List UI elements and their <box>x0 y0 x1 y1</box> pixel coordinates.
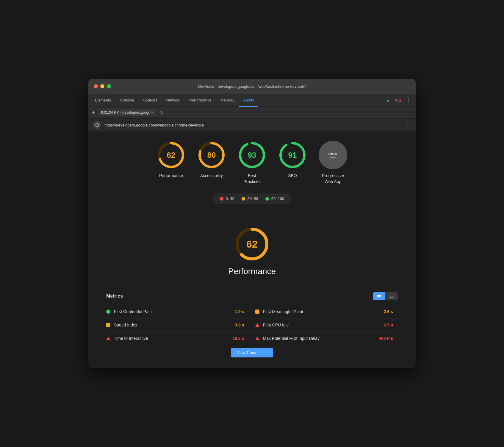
score-value-seo: 91 <box>288 150 297 160</box>
legend-pill: 0–49 50–89 90–100 <box>213 193 291 204</box>
main-performance-gauge: 62 <box>234 226 270 262</box>
tab-sources[interactable]: Sources <box>139 94 162 107</box>
maximize-button[interactable] <box>107 84 111 88</box>
metric-time-to-interactive: Time to Interactive 10.3 s <box>106 336 249 341</box>
tab-audits[interactable]: Audits <box>239 94 258 107</box>
score-card-performance: 62 Performance <box>157 141 185 185</box>
metric-name: Max Potential First Input Delay <box>263 336 375 341</box>
pwa-label: PWA <box>328 152 337 156</box>
tab-performance[interactable]: Performance <box>185 94 215 107</box>
metric-icon-red-triangle <box>106 337 110 340</box>
pwa-card: PWA <box>319 141 347 169</box>
error-count: 2 <box>399 98 401 103</box>
table-row: Speed Index 3.9 s First CPU Idle 6.5 s <box>106 318 398 332</box>
section-divider <box>88 211 416 211</box>
new-tab-button[interactable]: + <box>92 110 95 116</box>
legend-orange-label: 50–89 <box>248 196 258 201</box>
score-label-pwa: ProgressiveWeb App <box>322 173 344 185</box>
legend-orange: 50–89 <box>242 196 258 201</box>
metric-name: First Meaningful Paint <box>263 309 380 314</box>
performance-title: Performance <box>228 267 276 276</box>
audits-panel: 62 Performance 80 Accessibility <box>88 132 416 368</box>
page-url: https://developers.google.com/web/tools/… <box>104 123 401 127</box>
legend-red-label: 0–49 <box>226 196 234 201</box>
tab-elements[interactable]: Elements <box>91 94 115 107</box>
metric-value: 6.5 s <box>384 323 398 327</box>
traffic-lights <box>94 84 111 88</box>
view-trace-button[interactable]: View Trace <box>231 348 273 357</box>
gauge-seo: 91 <box>278 141 307 169</box>
metric-value: 2.6 s <box>384 309 398 314</box>
tab-extras: » ✕ 2 ⋮ <box>385 94 413 107</box>
metric-value: 1.9 s <box>235 309 249 314</box>
metric-icon-green-circle <box>106 310 110 314</box>
window-title: DevTools - developers.google.com/web/too… <box>198 84 306 89</box>
metrics-section: Metrics <box>94 292 410 345</box>
tab-timestamp: 9:01:34 PM - developers.goog <box>101 110 149 115</box>
grid-icon <box>377 295 381 297</box>
tab-bar: Elements Console Sources Network Perform… <box>88 94 416 107</box>
metric-first-meaningful-paint: First Meaningful Paint 2.6 s <box>249 309 398 314</box>
score-label-performance: Performance <box>159 173 183 179</box>
metric-icon-orange-square <box>106 323 110 327</box>
score-value-best-practices: 93 <box>248 150 256 160</box>
site-icon: ⬡ <box>93 121 101 129</box>
metric-name: Speed Index <box>114 323 231 327</box>
metric-first-cpu-idle: First CPU Idle 6.5 s <box>249 323 398 327</box>
address-chip[interactable]: 9:01:34 PM - developers.goog ▼ <box>98 109 157 116</box>
chevron-down-icon: ▼ <box>151 111 154 114</box>
metric-name: First CPU Idle <box>263 323 380 327</box>
toggle-grid-button[interactable] <box>373 292 385 300</box>
metrics-table: First Contentful Paint 1.9 s First Meani… <box>106 305 398 345</box>
toggle-list-button[interactable] <box>385 292 398 300</box>
performance-section: 62 Performance <box>94 220 410 292</box>
tab-console[interactable]: Console <box>116 94 138 107</box>
close-button[interactable] <box>94 84 98 88</box>
devtools-content: ⬡ https://developers.google.com/web/tool… <box>88 119 416 368</box>
browser-window: DevTools - developers.google.com/web/too… <box>88 79 416 368</box>
legend-bar: 0–49 50–89 90–100 <box>94 193 410 204</box>
metric-icon-red-triangle <box>255 323 259 327</box>
list-icon <box>389 295 394 298</box>
page-menu-button[interactable]: ⋮ <box>405 121 411 129</box>
more-tabs-button[interactable]: » <box>385 97 391 104</box>
metric-icon-red-triangle <box>255 337 259 340</box>
table-row: Time to Interactive 10.3 s Max Potential… <box>106 332 398 345</box>
metrics-title: Metrics <box>106 293 123 299</box>
gauge-best-practices: 93 <box>238 141 266 169</box>
metric-max-potential-fid: Max Potential First Input Delay 400 ms <box>249 336 398 341</box>
score-label-seo: SEO <box>288 173 297 179</box>
legend-orange-dot <box>242 197 245 201</box>
tab-network[interactable]: Network <box>162 94 185 107</box>
score-label-accessibility: Accessibility <box>200 173 223 179</box>
stop-icon[interactable]: ⊘ <box>159 110 163 115</box>
score-value-performance: 62 <box>167 150 176 160</box>
metrics-toggle <box>373 292 398 300</box>
devtools-url-bar: ⬡ https://developers.google.com/web/tool… <box>88 119 416 132</box>
score-card-seo: 91 SEO <box>278 141 307 185</box>
error-badge: ✕ 2 <box>394 98 401 103</box>
metric-value: 3.9 s <box>235 323 249 327</box>
main-score-value: 62 <box>246 238 258 250</box>
scores-row: 62 Performance 80 Accessibility <box>94 141 410 185</box>
address-bar-row: + 9:01:34 PM - developers.goog ▼ ⊘ <box>88 107 416 119</box>
score-card-pwa: PWA ProgressiveWeb App <box>319 141 347 185</box>
metric-value: 10.3 s <box>233 336 249 341</box>
tab-memory[interactable]: Memory <box>216 94 239 107</box>
legend-red-dot <box>220 197 223 201</box>
legend-green-dot <box>265 197 269 201</box>
gauge-accessibility: 80 <box>197 141 226 169</box>
score-card-accessibility: 80 Accessibility <box>197 141 226 185</box>
gauge-performance: 62 <box>157 141 185 169</box>
devtools-menu-button[interactable]: ⋮ <box>404 97 413 104</box>
legend-green: 90–100 <box>265 196 284 201</box>
metric-name: First Contentful Paint <box>114 309 231 314</box>
metric-name: Time to Interactive <box>114 336 229 341</box>
legend-red: 0–49 <box>220 196 234 201</box>
metric-icon-orange-square <box>255 310 259 314</box>
score-label-best-practices: BestPractices <box>243 173 261 185</box>
minimize-button[interactable] <box>100 84 104 88</box>
legend-green-label: 90–100 <box>271 196 284 201</box>
metric-value: 400 ms <box>379 336 398 341</box>
score-card-best-practices: 93 BestPractices <box>238 141 266 185</box>
